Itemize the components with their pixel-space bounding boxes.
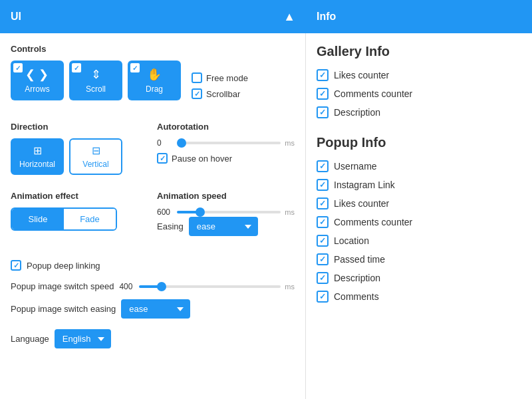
popup-easing-select[interactable]: ease linear ease-in ease-out ease-in-out <box>121 299 190 319</box>
free-mode-label[interactable]: Free mode <box>192 72 248 83</box>
speed-ms: ms <box>285 208 295 216</box>
popup-username-checkbox[interactable] <box>317 160 329 172</box>
popup-username-label: Username <box>334 161 377 172</box>
easing-label: Easing <box>157 221 184 231</box>
free-mode-text: Free mode <box>206 73 248 83</box>
list-item: Description <box>317 103 521 122</box>
list-item: Instagram Link <box>317 176 521 194</box>
autorotation-value: 0 <box>157 138 173 148</box>
scrollbar-label[interactable]: Scrollbar <box>192 88 248 99</box>
animation-row: Animation effect Slide Fade Animation sp… <box>11 191 295 255</box>
popup-passed-time-checkbox[interactable] <box>317 253 329 265</box>
easing-select[interactable]: ease linear ease-in ease-out ease-in-out <box>189 217 258 236</box>
animation-speed-title: Animation speed <box>157 191 295 201</box>
horizontal-icon: ⊞ <box>33 144 42 157</box>
chevron-up-icon[interactable]: ▲ <box>283 10 295 24</box>
arrows-icon: ❮ ❯ <box>25 67 49 82</box>
pause-hover-label[interactable]: Pause on hover <box>157 153 295 164</box>
language-label: Language <box>11 334 49 344</box>
gallery-info-list: Likes counter Comments counter Descripti… <box>317 66 521 122</box>
switch-speed-slider[interactable] <box>139 285 281 288</box>
popup-info-title: Popup Info <box>317 135 521 150</box>
popup-location-label: Location <box>334 235 369 246</box>
popup-linking-row: Popup deep linking <box>11 260 295 271</box>
popup-likes-label: Likes counter <box>334 198 389 209</box>
scroll-icon: ⇕ <box>91 67 101 82</box>
free-mode-checkbox[interactable] <box>192 72 202 83</box>
popup-comments-checkbox[interactable] <box>317 291 329 303</box>
list-item: Likes counter <box>317 194 521 213</box>
ui-label: UI <box>11 11 21 23</box>
language-row: Language English Spanish French German <box>11 329 295 348</box>
list-item: Comments counter <box>317 213 521 231</box>
switch-speed-value: 400 <box>119 282 135 291</box>
arrows-button[interactable]: ❮ ❯ Arrows <box>11 61 64 100</box>
switch-speed-ms: ms <box>285 283 295 291</box>
switch-speed-label: Popup image switch speed <box>11 281 114 291</box>
list-item: Passed time <box>317 250 521 269</box>
popup-comments-counter-label: Comments counter <box>334 217 412 227</box>
list-item: Description <box>317 269 521 287</box>
switch-speed-slider-wrap: 400 ms <box>119 282 295 291</box>
popup-location-checkbox[interactable] <box>317 235 329 247</box>
speed-slider-row: 600 ms <box>157 207 295 217</box>
vertical-label: Vertical <box>82 160 108 169</box>
horizontal-label: Horizontal <box>19 160 55 169</box>
gallery-likes-checkbox[interactable] <box>317 69 329 81</box>
drag-check <box>130 63 140 72</box>
popup-linking-text: Popup deep linking <box>27 261 100 271</box>
popup-easing-row: Popup image switch easing ease linear ea… <box>11 299 295 319</box>
drag-label: Drag <box>146 84 163 94</box>
left-panel: Controls ❮ ❯ Arrows ⇕ Scroll ✋ Drag <box>0 33 306 399</box>
pause-hover-checkbox[interactable] <box>157 153 168 164</box>
scroll-label: Scroll <box>86 84 106 94</box>
arrows-check <box>13 63 23 72</box>
horizontal-button[interactable]: ⊞ Horizontal <box>11 138 64 175</box>
main-container: Controls ❮ ❯ Arrows ⇕ Scroll ✋ Drag <box>0 33 532 399</box>
gallery-info-title: Gallery Info <box>317 44 521 59</box>
animation-speed-section: Animation speed 600 ms Easing ease linea… <box>157 191 295 247</box>
effect-row: Slide Fade <box>11 207 117 231</box>
top-bar-left: UI ▲ <box>0 0 306 33</box>
popup-comments-label: Comments <box>334 291 379 302</box>
free-mode-group: Free mode Scrollbar <box>192 72 248 99</box>
top-bar: UI ▲ Info <box>0 0 532 33</box>
list-item: Username <box>317 157 521 176</box>
fade-button[interactable]: Fade <box>64 209 116 229</box>
gallery-comments-checkbox[interactable] <box>317 88 329 100</box>
right-panel: Gallery Info Likes counter Comments coun… <box>306 33 532 399</box>
vertical-button[interactable]: ⊟ Vertical <box>69 138 122 175</box>
popup-desc-label: Description <box>334 273 380 283</box>
popup-desc-checkbox[interactable] <box>317 272 329 284</box>
switch-speed-row: Popup image switch speed 400 ms <box>11 281 295 291</box>
scrollbar-checkbox[interactable] <box>192 88 202 99</box>
arrows-label: Arrows <box>25 84 49 94</box>
slide-button[interactable]: Slide <box>12 209 64 229</box>
animation-speed-slider[interactable] <box>177 211 281 213</box>
animation-effect-title: Animation effect <box>11 191 144 201</box>
direction-row: ⊞ Horizontal ⊟ Vertical <box>11 138 144 175</box>
gallery-description-checkbox[interactable] <box>317 106 329 118</box>
scrollbar-text: Scrollbar <box>206 89 240 99</box>
popup-likes-checkbox[interactable] <box>317 198 329 209</box>
popup-info-list: Username Instagram Link Likes counter Co… <box>317 157 521 306</box>
animation-effect-section: Animation effect Slide Fade <box>11 191 144 244</box>
scroll-button[interactable]: ⇕ Scroll <box>69 61 122 100</box>
drag-icon: ✋ <box>147 67 162 82</box>
direction-title: Direction <box>11 122 144 132</box>
list-item: Comments <box>317 287 521 306</box>
popup-linking-checkbox[interactable] <box>11 260 21 271</box>
easing-row: Easing ease linear ease-in ease-out ease… <box>157 217 295 236</box>
popup-comments-counter-checkbox[interactable] <box>317 216 329 228</box>
language-select[interactable]: English Spanish French German <box>55 329 111 348</box>
autorotation-slider[interactable] <box>177 142 281 144</box>
list-item: Comments counter <box>317 84 521 103</box>
gallery-comments-label: Comments counter <box>334 88 412 99</box>
vertical-icon: ⊟ <box>92 144 100 157</box>
scroll-check <box>72 63 81 72</box>
popup-instaLink-checkbox[interactable] <box>317 179 329 191</box>
list-item: Location <box>317 231 521 250</box>
gallery-description-label: Description <box>334 107 380 118</box>
drag-button[interactable]: ✋ Drag <box>128 61 181 100</box>
autorotation-section: Autorotation 0 ms Pause on hover <box>157 122 295 180</box>
